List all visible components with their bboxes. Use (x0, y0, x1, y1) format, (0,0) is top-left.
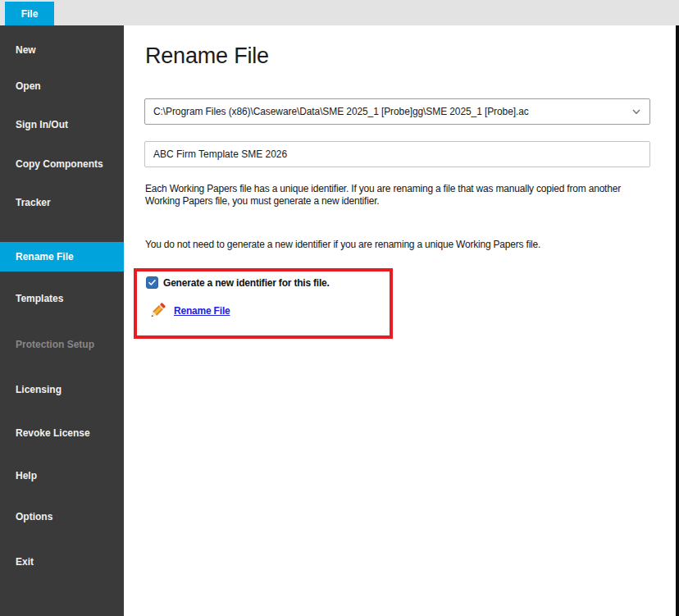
sidebar-item-new[interactable]: New (0, 35, 124, 65)
window-right-border (676, 25, 679, 616)
new-file-name-input[interactable] (144, 141, 650, 167)
file-path-dropdown[interactable]: C:\Program Files (x86)\Caseware\Data\SME… (144, 98, 650, 125)
checkmark-icon (148, 278, 157, 287)
sidebar-item-options[interactable]: Options (0, 502, 124, 532)
file-tab[interactable]: File (5, 2, 54, 25)
rename-file-link[interactable]: Rename File (174, 305, 230, 317)
identifier-note: You do not need to generate a new identi… (145, 239, 657, 251)
pencil-icon (148, 301, 167, 321)
sidebar-item-tracker[interactable]: Tracker (0, 188, 124, 217)
generate-identifier-checkbox[interactable] (146, 276, 158, 289)
sidebar-item-exit[interactable]: Exit (0, 547, 124, 577)
annotation-highlight-box: Generate a new identifier for this file.… (134, 268, 393, 339)
chevron-down-icon (631, 107, 641, 116)
page-title: Rename File (145, 43, 269, 69)
sidebar-item-licensing[interactable]: Licensing (0, 375, 124, 404)
file-path-value: C:\Program Files (x86)\Caseware\Data\SME… (153, 106, 625, 117)
sidebar-item-revoke-license[interactable]: Revoke License (0, 418, 124, 448)
generate-identifier-label: Generate a new identifier for this file. (163, 277, 330, 289)
sidebar-item-protection-setup: Protection Setup (0, 330, 124, 359)
sidebar-item-copy-components[interactable]: Copy Components (0, 149, 124, 179)
menu-bar (0, 0, 679, 25)
identifier-description: Each Working Papers file has a unique id… (145, 183, 657, 208)
sidebar-item-templates[interactable]: Templates (0, 284, 124, 313)
sidebar-item-sign-in-out[interactable]: Sign In/Out (0, 110, 124, 139)
sidebar-item-rename-file[interactable]: Rename File (0, 242, 124, 271)
generate-identifier-row: Generate a new identifier for this file. (146, 276, 390, 289)
sidebar-item-open[interactable]: Open (0, 71, 124, 101)
rename-file-panel: Rename File C:\Program Files (x86)\Casew… (124, 25, 676, 616)
rename-action-row: Rename File (146, 301, 390, 321)
backstage-sidebar: New Open Sign In/Out Copy Components Tra… (0, 25, 124, 616)
sidebar-item-help[interactable]: Help (0, 461, 124, 491)
